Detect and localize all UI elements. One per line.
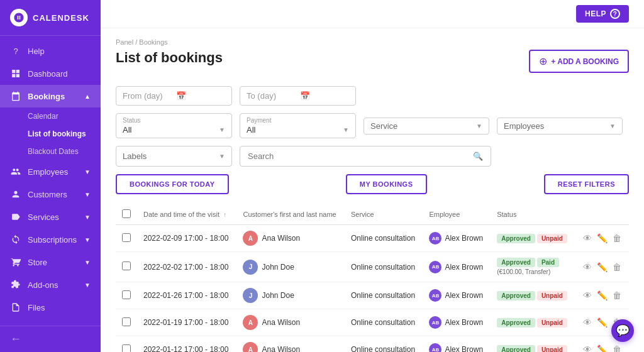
edit-icon[interactable]: ✏️ — [597, 317, 608, 327]
delete-icon[interactable]: 🗑 — [613, 262, 621, 272]
filter-row-1: From (day) 📅 To (day) 📅 — [116, 86, 629, 106]
view-icon[interactable]: 👁 — [583, 317, 592, 327]
select-all-checkbox[interactable] — [122, 209, 131, 218]
sidebar-item-employees[interactable]: Employees ▼ — [0, 160, 101, 183]
col-employee: Employee — [423, 204, 491, 225]
row-checkbox[interactable] — [122, 317, 131, 326]
service-select[interactable]: Service ▼ — [364, 118, 489, 135]
row-status: ApprovedUnpaid — [491, 282, 577, 309]
sidebar-item-services[interactable]: Services ▼ — [0, 206, 101, 228]
view-icon[interactable]: 👁 — [583, 233, 592, 243]
to-date-input[interactable]: To (day) 📅 — [240, 86, 356, 106]
status-badge: Approved — [497, 318, 535, 327]
services-icon — [10, 211, 21, 223]
row-customer: JJohn Doe — [236, 282, 345, 309]
customers-icon — [10, 189, 21, 200]
customer-name: John Doe — [262, 263, 294, 272]
table-row: 2022-01-19 17:00 - 18:00AAna WilsonOnlin… — [116, 309, 629, 336]
row-checkbox-cell — [116, 225, 137, 252]
row-customer: AAna Wilson — [236, 225, 345, 252]
delete-icon[interactable]: 🗑 — [613, 344, 621, 352]
sidebar-sub-calendar[interactable]: Calendar — [0, 107, 101, 125]
my-bookings-button[interactable]: MY BOOKINGS — [346, 174, 427, 194]
row-actions: 👁 ✏️ 🗑 — [577, 282, 629, 309]
row-service: Online consultation — [345, 252, 423, 282]
labels-select[interactable]: Labels ▼ — [116, 146, 232, 167]
sidebar-item-label: Customers — [28, 190, 67, 199]
sidebar-item-dashboard[interactable]: Dashboard — [0, 62, 101, 85]
sidebar-item-help[interactable]: ? Help — [0, 40, 101, 62]
reset-filters-button[interactable]: RESET FILTERS — [544, 174, 629, 194]
payment-select[interactable]: Payment All ▼ — [240, 113, 356, 138]
row-customer: AAna Wilson — [236, 309, 345, 336]
chevron-down-icon: ▼ — [343, 126, 349, 133]
sidebar-item-bookings[interactable]: Bookings ▲ — [0, 85, 101, 107]
store-icon — [10, 256, 21, 268]
row-checkbox[interactable] — [122, 233, 131, 242]
search-box[interactable]: 🔍 — [240, 146, 491, 167]
logo-icon — [10, 9, 28, 26]
sidebar-sub-blackout[interactable]: Blackout Dates — [0, 143, 101, 160]
row-status: ApprovedUnpaid — [491, 225, 577, 252]
sidebar-item-label: Files — [28, 303, 45, 312]
files-icon — [10, 302, 21, 313]
sidebar-item-customers[interactable]: Customers ▼ — [0, 183, 101, 206]
edit-icon[interactable]: ✏️ — [597, 290, 608, 300]
page-title: List of bookings — [116, 50, 223, 66]
sidebar-item-addons[interactable]: Add-ons ▼ — [0, 273, 101, 296]
sidebar-item-store[interactable]: Store ▼ — [0, 251, 101, 273]
help-circle-icon: ? — [610, 9, 620, 19]
from-date-input[interactable]: From (day) 📅 — [116, 86, 232, 106]
table-row: 2022-01-12 17:00 - 18:00AAna WilsonOnlin… — [116, 336, 629, 353]
sidebar-item-subscriptions[interactable]: Subscriptions ▼ — [0, 228, 101, 251]
row-employee: ABAlex Brown — [423, 309, 491, 336]
row-checkbox[interactable] — [122, 344, 131, 353]
edit-icon[interactable]: ✏️ — [597, 344, 608, 352]
bookings-for-today-button[interactable]: BOOKINGS FOR TODAY — [116, 174, 229, 194]
delete-icon[interactable]: 🗑 — [613, 290, 621, 300]
chevron-down-icon: ▼ — [84, 236, 91, 243]
row-employee: ABAlex Brown — [423, 282, 491, 309]
chevron-down-icon: ▼ — [219, 153, 225, 160]
help-button[interactable]: HELP ? — [576, 5, 629, 23]
row-checkbox[interactable] — [122, 261, 131, 270]
row-checkbox-cell — [116, 336, 137, 353]
col-customer: Customer's first and last name — [236, 204, 345, 225]
status-badge: Approved — [497, 345, 535, 353]
breadcrumb: Panel / Bookings — [116, 38, 629, 46]
chat-bubble-button[interactable]: 💬 — [611, 319, 634, 342]
chevron-down-icon: ▼ — [84, 168, 91, 175]
employees-select[interactable]: Employees ▼ — [497, 118, 623, 135]
customer-name: John Doe — [262, 291, 294, 300]
chevron-down-icon: ▼ — [609, 123, 616, 129]
transfer-text: (€100.00, Transfer) — [497, 268, 550, 275]
bookings-table: Date and time of the visit ↑ Customer's … — [116, 204, 629, 352]
edit-icon[interactable]: ✏️ — [597, 262, 608, 272]
addons-icon — [10, 279, 21, 290]
chevron-down-icon: ▼ — [84, 259, 91, 266]
col-status: Status — [491, 204, 577, 225]
customer-name: Ana Wilson — [262, 318, 300, 327]
collapse-icon[interactable]: ← — [10, 333, 21, 345]
add-booking-button[interactable]: ⊕ + ADD A BOOKING — [529, 50, 629, 73]
employee-name: Alex Brown — [445, 234, 483, 243]
sidebar-sub-list-bookings[interactable]: List of bookings — [0, 125, 101, 143]
view-icon[interactable]: 👁 — [583, 290, 592, 300]
table-row: 2022-02-02 17:00 - 18:00JJohn DoeOnline … — [116, 252, 629, 282]
edit-icon[interactable]: ✏️ — [597, 233, 608, 243]
sidebar-item-files[interactable]: Files — [0, 296, 101, 319]
table-row: 2022-02-09 17:00 - 18:00AAna WilsonOnlin… — [116, 225, 629, 252]
row-customer: AAna Wilson — [236, 336, 345, 353]
sidebar: CALENDESK ? Help Dashboard Bookings ▲ Ca… — [0, 0, 101, 352]
status-select[interactable]: Status All ▼ — [116, 113, 232, 138]
sidebar-item-label: Add-ons — [28, 280, 58, 290]
view-icon[interactable]: 👁 — [583, 344, 592, 352]
row-checkbox-cell — [116, 282, 137, 309]
status-badge: Approved — [497, 291, 535, 300]
row-checkbox[interactable] — [122, 290, 131, 299]
row-status: ApprovedUnpaid — [491, 336, 577, 353]
search-input[interactable] — [248, 151, 468, 161]
content-area: Panel / Bookings List of bookings ⊕ + AD… — [101, 28, 644, 352]
delete-icon[interactable]: 🗑 — [613, 233, 621, 243]
view-icon[interactable]: 👁 — [583, 262, 592, 272]
